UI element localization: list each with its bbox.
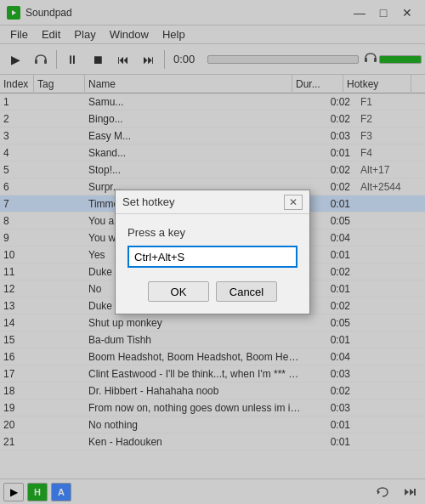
modal-close-button[interactable]: ✕ [284,195,303,210]
modal-titlebar: Set hotkey ✕ [116,190,309,214]
cancel-button[interactable]: Cancel [216,281,277,302]
hotkey-input[interactable] [128,246,298,268]
ok-button[interactable]: OK [148,281,209,302]
modal-overlay: Set hotkey ✕ Press a key OK Cancel [0,0,425,504]
set-hotkey-modal: Set hotkey ✕ Press a key OK Cancel [115,190,310,314]
modal-label: Press a key [128,226,298,239]
modal-buttons: OK Cancel [128,281,298,302]
modal-body: Press a key OK Cancel [116,214,309,314]
modal-title: Set hotkey [122,195,284,208]
